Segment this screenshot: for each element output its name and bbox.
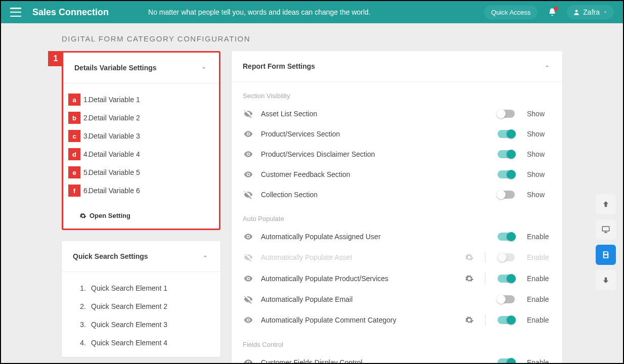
annotation-marker-letter: d	[68, 148, 80, 160]
detail-variable-label: Detail Variable 3	[88, 132, 140, 140]
visibility-row: Product/Services Disclaimer Section Show	[232, 144, 562, 164]
save-icon	[601, 250, 610, 259]
toggle-status: Show	[527, 110, 551, 118]
row-label: Customer Feedback Section	[261, 170, 491, 178]
gear-icon[interactable]	[465, 315, 474, 325]
toggle-switch	[498, 253, 515, 261]
quick-search-row[interactable]: 4. Quick Search Element 4	[73, 334, 209, 352]
svg-point-0	[575, 10, 578, 12]
toggle-switch[interactable]	[498, 316, 515, 324]
detail-variable-row[interactable]: d 4. Detail Variable 4	[74, 145, 208, 163]
list-number: 4.	[73, 339, 86, 347]
toggle-switch[interactable]	[498, 130, 515, 138]
auto-populate-header: Auto Populate	[232, 205, 562, 226]
hamburger-icon[interactable]	[10, 8, 21, 17]
detail-variable-label: Detail Variable 6	[88, 187, 140, 195]
collapse-toggle[interactable]	[200, 64, 208, 72]
toggle-switch[interactable]	[498, 233, 515, 241]
detail-variable-label: Detail Variable 2	[88, 114, 140, 122]
row-label: Asset List Section	[261, 110, 491, 118]
row-label: Automatically Populate Email	[261, 295, 491, 303]
eye-icon[interactable]	[243, 232, 254, 242]
detail-variable-row[interactable]: c 3. Detail Variable 3	[74, 127, 208, 145]
toggle-status: Enable	[527, 253, 551, 261]
eye-icon[interactable]	[243, 149, 254, 159]
toggle-switch[interactable]	[498, 275, 515, 283]
toggle-status: Show	[527, 170, 551, 178]
detail-variable-label: Detail Variable 4	[88, 150, 140, 158]
report-card-title: Report Form Settings	[243, 62, 315, 70]
gear-icon	[79, 212, 86, 219]
user-menu[interactable]: Zafra	[567, 5, 614, 19]
toggle-switch[interactable]	[498, 358, 515, 364]
fields-control-header: Fields Control	[232, 331, 562, 352]
quick-search-label: Quick Search Element 1	[91, 284, 167, 292]
fields-control-row: Customer Fields Display Control Enable	[232, 352, 562, 364]
auto-populate-row: Automatically Populate Assigned User Ena…	[232, 226, 562, 247]
detail-variable-row[interactable]: a 1. Detail Variable 1	[74, 90, 208, 109]
toggle-status: Enable	[527, 233, 551, 241]
user-name: Zafra	[583, 8, 600, 16]
detail-variable-label: Detail Variable 1	[88, 96, 140, 104]
scroll-down-button[interactable]	[596, 270, 616, 290]
arrow-up-icon	[601, 200, 610, 209]
toggle-status: Show	[527, 191, 551, 199]
eye-icon[interactable]	[243, 129, 254, 139]
toggle-switch[interactable]	[498, 295, 515, 303]
quick-search-title: Quick Search Settings	[73, 252, 148, 260]
scroll-up-button[interactable]	[596, 194, 616, 214]
toggle-switch[interactable]	[498, 170, 515, 178]
annotation-marker-letter: c	[68, 130, 80, 142]
toggle-switch[interactable]	[498, 110, 515, 118]
eye-icon[interactable]	[243, 274, 254, 284]
eye-icon[interactable]	[243, 357, 254, 364]
eye-off-icon[interactable]	[243, 190, 254, 200]
notifications-icon[interactable]	[548, 8, 557, 17]
quick-search-row[interactable]: 3. Quick Search Element 3	[73, 315, 209, 334]
detail-variable-row[interactable]: e 5. Detail Variable 5	[74, 163, 208, 181]
floating-actions	[596, 194, 616, 290]
detail-variable-label: Detail Variable 5	[88, 168, 140, 176]
toggle-switch[interactable]	[498, 150, 515, 158]
toggle-switch[interactable]	[498, 191, 515, 199]
open-setting-label: Open Setting	[90, 212, 130, 219]
save-button[interactable]	[596, 245, 616, 265]
report-form-settings-card: Report Form Settings Section Visibility …	[232, 51, 562, 364]
preview-button[interactable]	[596, 219, 616, 240]
quick-search-row[interactable]: 2. Quick Search Element 2	[73, 297, 209, 315]
divider	[485, 252, 485, 263]
details-variable-settings-card: 1 Details Variable Settings a 1. Detail …	[62, 51, 220, 230]
row-label: Collection Section	[261, 191, 491, 199]
visibility-row: Product/Services Section Show	[232, 124, 562, 144]
details-card-title: Details Variable Settings	[74, 64, 157, 72]
row-label: Automatically Populate Product/Services	[261, 275, 458, 283]
svg-rect-1	[602, 226, 609, 231]
eye-off-icon[interactable]	[243, 109, 254, 119]
row-label: Product/Services Section	[261, 130, 491, 138]
open-setting-button[interactable]: Open Setting	[63, 207, 219, 229]
visibility-row: Collection Section Show	[232, 185, 562, 205]
list-number: 1.	[73, 284, 86, 292]
divider	[485, 273, 485, 284]
quick-access-button[interactable]: Quick Access	[484, 6, 538, 19]
arrow-down-icon	[601, 276, 610, 285]
collapse-toggle[interactable]	[543, 62, 551, 70]
row-label: Automatically Populate Assigned User	[261, 233, 491, 241]
detail-variable-row[interactable]: f 6. Detail Variable 6	[74, 181, 208, 200]
collapse-toggle[interactable]	[201, 252, 209, 260]
detail-variable-row[interactable]: b 2. Detail Variable 2	[74, 109, 208, 127]
annotation-marker-letter: a	[68, 94, 80, 106]
monitor-icon	[601, 225, 610, 234]
eye-off-icon[interactable]	[243, 294, 254, 304]
auto-populate-row: Automatically Populate Comment Category …	[232, 309, 562, 331]
list-number: 2.	[73, 302, 86, 310]
eye-icon[interactable]	[243, 315, 254, 325]
auto-populate-row: Automatically Populate Product/Services …	[232, 268, 562, 289]
eye-icon[interactable]	[243, 169, 254, 179]
annotation-marker-letter: b	[68, 112, 80, 124]
quick-search-row[interactable]: 1. Quick Search Element 1	[73, 279, 209, 297]
notification-dot	[554, 7, 558, 11]
quick-search-label: Quick Search Element 2	[91, 302, 167, 310]
visibility-row: Asset List Section Show	[232, 104, 562, 124]
gear-icon[interactable]	[465, 274, 474, 283]
